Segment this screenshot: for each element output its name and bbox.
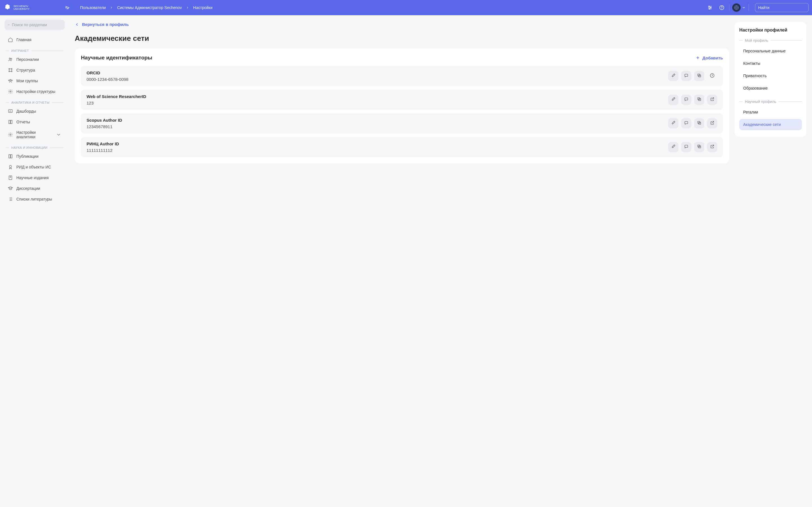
sidebar-item-ip[interactable]: РИД и объекты ИС: [4, 162, 64, 172]
identifier-label: ORCID: [87, 70, 668, 75]
content: Вернуться в профиль Академические сети Н…: [75, 22, 729, 198]
journal-icon: [8, 175, 13, 180]
breadcrumb-item-2[interactable]: Настройки: [193, 5, 213, 10]
comment-button[interactable]: [681, 71, 691, 81]
identifier-row: РИНЦ Author ID 11111111112: [81, 137, 723, 157]
svg-point-8: [736, 7, 737, 8]
pin-button[interactable]: [63, 3, 72, 12]
history-button[interactable]: [707, 71, 717, 81]
chevron-right-icon: [186, 6, 189, 9]
book-icon: [8, 119, 13, 124]
back-link[interactable]: Вернуться в профиль: [75, 22, 129, 27]
copy-button[interactable]: [694, 71, 704, 81]
sidebar-item-personnel[interactable]: Персоналии: [4, 54, 64, 65]
external-link-icon: [710, 97, 714, 103]
svg-point-19: [9, 71, 10, 72]
comment-button[interactable]: [681, 95, 691, 105]
external-link-icon: [710, 144, 714, 150]
sidebar-item-home[interactable]: Главная: [4, 34, 64, 45]
svg-point-9: [735, 6, 738, 9]
global-search-input[interactable]: [758, 5, 808, 10]
identifier-value: 12345678911: [87, 124, 668, 129]
sidebar-item-dashboards[interactable]: Дашборды: [4, 106, 64, 117]
right-panel-item[interactable]: Образование: [739, 82, 802, 94]
comment-icon: [684, 121, 689, 126]
open-link-button[interactable]: [707, 142, 717, 152]
sidebar-item-analytics-settings[interactable]: Настройки аналитики: [4, 127, 64, 142]
sidebar-search[interactable]: [4, 20, 64, 30]
sidebar-item-references[interactable]: Списки литературы: [4, 194, 64, 205]
right-panel-group-scientific: Научный профиль: [739, 100, 802, 104]
svg-point-17: [9, 68, 10, 69]
identifier-label: Scopus Author ID: [87, 118, 668, 122]
edit-icon: [671, 121, 675, 126]
row-info: ORCID 0000-1234-6578-0098: [87, 70, 668, 82]
sidebar-item-label: Мои группы: [16, 78, 38, 83]
row-info: Web of Science ResearcherID 123: [87, 94, 668, 105]
plus-icon: [696, 55, 700, 60]
row-info: РИНЦ Author ID 11111111112: [87, 142, 668, 153]
search-icon: [8, 22, 10, 27]
add-button[interactable]: Добавить: [696, 55, 723, 60]
sidebar-item-reports[interactable]: Отчеты: [4, 117, 64, 127]
right-panel-item[interactable]: Контакты: [739, 58, 802, 69]
logo[interactable]: SECHENOV UNIVERSITY: [3, 4, 60, 11]
comment-button[interactable]: [681, 118, 691, 128]
identifier-row: Web of Science ResearcherID 123: [81, 90, 723, 110]
sidebar-item-label: Настройки структуры: [16, 89, 55, 94]
gear-icon: [8, 89, 13, 94]
breadcrumb-item-1[interactable]: Системы Администратор Sechenov: [117, 5, 182, 10]
row-actions: [668, 95, 717, 105]
edit-button[interactable]: [668, 95, 678, 105]
svg-line-14: [9, 25, 9, 25]
right-panel-item[interactable]: Приватность: [739, 70, 802, 81]
structure-icon: [8, 68, 13, 73]
edit-button[interactable]: [668, 118, 678, 128]
sidebar-item-label: Настройки аналитики: [16, 130, 53, 139]
right-panel-item[interactable]: Персональные данные: [739, 45, 802, 57]
graduation-icon: [8, 186, 13, 191]
copy-icon: [697, 73, 702, 79]
page-title: Академические сети: [75, 34, 729, 43]
row-actions: [668, 118, 717, 128]
edit-button[interactable]: [668, 142, 678, 152]
svg-point-3: [711, 7, 711, 8]
group-icon: [8, 78, 13, 83]
svg-point-15: [9, 58, 11, 59]
right-panel-item[interactable]: Регалии: [739, 107, 802, 118]
sidebar-item-publications[interactable]: Публикации: [4, 151, 64, 162]
edit-button[interactable]: [668, 71, 678, 81]
copy-button[interactable]: [694, 118, 704, 128]
global-search[interactable]: [755, 3, 809, 12]
right-panel-item[interactable]: Академические сети: [739, 119, 802, 130]
svg-point-22: [8, 80, 9, 81]
comment-icon: [684, 97, 689, 103]
help-button[interactable]: [717, 3, 726, 12]
svg-point-5: [709, 8, 710, 9]
sidebar-group-intranet: ИНТРАНЕТ: [4, 49, 64, 52]
sidebar-item-dissertations[interactable]: Диссертации: [4, 183, 64, 194]
settings-sliders-button[interactable]: [705, 3, 714, 12]
copy-button[interactable]: [694, 142, 704, 152]
sidebar-item-journals[interactable]: Научные издания: [4, 172, 64, 183]
help-icon: [719, 5, 724, 10]
svg-rect-38: [685, 121, 688, 124]
row-info: Scopus Author ID 12345678911: [87, 118, 668, 129]
logo-icon: [3, 4, 11, 11]
comment-icon: [684, 73, 689, 79]
sidebar-item-structure[interactable]: Структура: [4, 65, 64, 75]
sidebar-item-mygroups[interactable]: Мои группы: [4, 75, 64, 86]
sidebar-item-label: Структура: [16, 68, 35, 72]
open-link-button[interactable]: [707, 118, 717, 128]
comment-button[interactable]: [681, 142, 691, 152]
svg-rect-31: [685, 74, 688, 76]
sidebar-search-input[interactable]: [12, 22, 61, 27]
user-menu[interactable]: [732, 3, 746, 12]
copy-button[interactable]: [694, 95, 704, 105]
edit-icon: [671, 144, 675, 150]
separator: [729, 4, 729, 11]
breadcrumb-item-0[interactable]: Пользователи: [80, 5, 106, 10]
sidebar-item-structure-settings[interactable]: Настройки структуры: [4, 86, 64, 97]
sidebar-group-analytics: АНАЛИТИКА И ОТЧЕТЫ: [4, 101, 64, 104]
open-link-button[interactable]: [707, 95, 717, 105]
